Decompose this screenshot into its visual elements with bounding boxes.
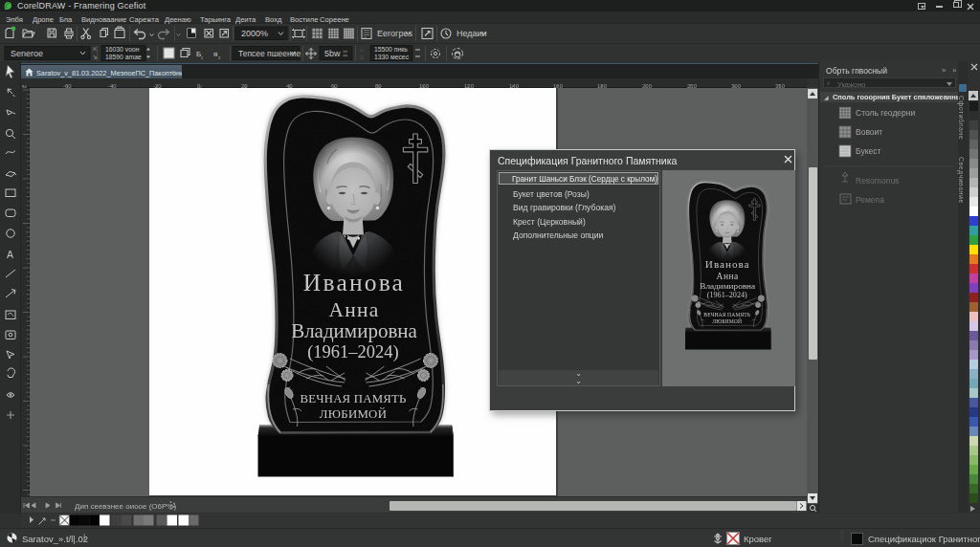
svg-text:Букест: Букест <box>856 146 880 156</box>
svg-text:Столь геодерни: Столь геодерни <box>856 108 916 118</box>
svg-text:Вовоит: Вовоит <box>856 127 882 137</box>
svg-text:Ремепа: Ремепа <box>856 195 884 205</box>
svg-text:Resomonus: Resomonus <box>856 176 899 186</box>
svg-text:Дип сеевэнее оиоое (О6Р%): Дип сеевэнее оиоое (О6Р%) <box>75 502 176 511</box>
